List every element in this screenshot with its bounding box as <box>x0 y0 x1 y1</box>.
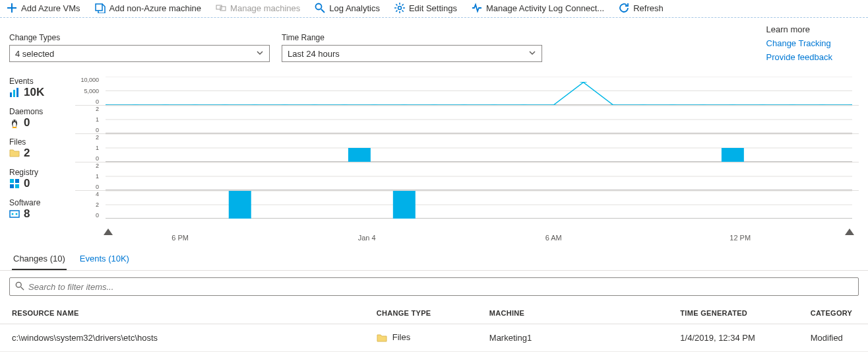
x-tick-label: 6 AM <box>545 234 562 242</box>
provide-feedback-link[interactable]: Provide feedback <box>766 52 832 62</box>
svg-point-18 <box>12 213 14 215</box>
svg-rect-6 <box>10 92 12 97</box>
x-tick-label: 6 PM <box>171 234 189 242</box>
col-machine[interactable]: MACHINE <box>478 302 669 324</box>
x-tick-label: 12 PM <box>729 234 751 242</box>
change-types-value: 4 selected <box>15 49 54 59</box>
svg-line-4 <box>321 9 325 13</box>
learn-more-label: Learn more <box>766 24 832 34</box>
col-resource[interactable]: RESOURCE NAME <box>0 302 365 324</box>
refresh-button[interactable]: Refresh <box>619 3 664 13</box>
chart-x-axis: 6 PMJan 46 AM12 PM <box>106 229 852 246</box>
edit-settings-label: Edit Settings <box>409 3 457 13</box>
col-time[interactable]: TIME GENERATED <box>668 302 798 324</box>
cell-resource: c:\windows\system32\drivers\etc\hosts <box>0 324 365 352</box>
svg-point-3 <box>316 4 322 10</box>
chart-row-software[interactable]: 420 <box>75 190 859 219</box>
software-icon <box>9 209 20 219</box>
chevron-down-icon <box>528 49 536 59</box>
manage-activity-button[interactable]: Manage Activity Log Connect... <box>472 3 604 13</box>
stat-files[interactable]: Files 2 <box>9 137 75 160</box>
plus-icon <box>7 3 17 13</box>
svg-point-19 <box>16 213 18 215</box>
stat-registry[interactable]: Registry 0 <box>9 168 75 190</box>
result-tabs: Changes (10) Events (10K) <box>0 246 868 271</box>
change-types-select[interactable]: 4 selected <box>9 45 270 62</box>
time-range-label: Time Range <box>282 33 542 42</box>
chart-rows: 10,0005,0000210210210420 <box>75 77 859 229</box>
svg-line-66 <box>21 287 24 289</box>
cell-machine: Marketing1 <box>478 324 669 352</box>
tab-events[interactable]: Events (10K) <box>78 250 131 270</box>
svg-rect-64 <box>393 191 416 219</box>
col-change-type[interactable]: CHANGE TYPE <box>365 302 478 324</box>
stat-daemons[interactable]: Daemons 0 <box>9 107 75 129</box>
chart-row-daemons[interactable]: 210 <box>75 105 859 133</box>
time-range-select[interactable]: Last 24 hours <box>282 45 542 62</box>
col-category[interactable]: CATEGORY <box>799 302 868 324</box>
add-non-azure-button[interactable]: Add non-Azure machine <box>95 3 201 13</box>
svg-rect-14 <box>15 179 19 183</box>
cell-category: Modified <box>799 324 868 352</box>
x-tick-label: Jan 4 <box>358 234 376 242</box>
svg-point-65 <box>16 282 21 287</box>
svg-rect-63 <box>229 191 251 219</box>
cell-time: 1/4/2019, 12:34 PM <box>668 324 798 352</box>
table-row[interactable]: c:\windows\system32\drivers\etc\hostsFil… <box>0 324 868 352</box>
svg-rect-13 <box>10 179 14 183</box>
svg-rect-55 <box>348 148 371 162</box>
search-icon <box>15 281 24 293</box>
search-icon <box>315 3 325 13</box>
chart-row-registry[interactable]: 210 <box>75 162 859 190</box>
stat-events[interactable]: Events 10K <box>9 77 75 99</box>
svg-rect-15 <box>10 184 14 188</box>
gear-icon <box>394 3 405 13</box>
refresh-icon <box>619 3 629 13</box>
penguin-icon <box>9 118 20 128</box>
toolbar: Add Azure VMs Add non-Azure machine Mana… <box>0 0 868 18</box>
log-analytics-button[interactable]: Log Analytics <box>315 3 380 13</box>
svg-point-12 <box>15 120 16 122</box>
svg-rect-0 <box>96 4 102 11</box>
manage-activity-label: Manage Activity Log Connect... <box>486 3 604 13</box>
range-handle-left[interactable] <box>104 229 113 235</box>
folder-icon <box>377 333 387 343</box>
svg-rect-16 <box>15 184 19 188</box>
machine-icon <box>95 3 106 13</box>
chart-row-events[interactable]: 10,0005,0000 <box>75 77 859 105</box>
filters-row: Change Types 4 selected Time Range Last … <box>0 18 868 71</box>
svg-rect-8 <box>16 88 18 97</box>
search-input[interactable] <box>28 282 853 292</box>
svg-point-10 <box>13 122 16 127</box>
add-azure-vms-button[interactable]: Add Azure VMs <box>7 3 80 13</box>
svg-point-5 <box>398 7 401 10</box>
refresh-label: Refresh <box>633 3 664 13</box>
registry-icon <box>9 178 20 189</box>
cell-change-type: Files <box>365 324 478 352</box>
manage-machines-label: Manage machines <box>230 3 300 13</box>
change-types-label: Change Types <box>9 33 270 42</box>
tab-changes[interactable]: Changes (10) <box>12 250 67 270</box>
log-analytics-label: Log Analytics <box>329 3 380 13</box>
edit-settings-button[interactable]: Edit Settings <box>394 3 457 13</box>
table-body: c:\windows\system32\drivers\etc\hostsFil… <box>0 324 868 352</box>
svg-rect-1 <box>216 5 222 9</box>
activity-icon <box>472 3 482 13</box>
learn-more-panel: Learn more Change Tracking Provide feedb… <box>766 24 859 62</box>
range-handle-right[interactable] <box>845 229 854 235</box>
folder-icon <box>9 148 20 158</box>
search-box[interactable] <box>9 277 859 296</box>
chevron-down-icon <box>256 49 264 59</box>
stat-software[interactable]: Software 8 <box>9 198 75 221</box>
svg-point-11 <box>13 120 15 122</box>
chart-row-files[interactable]: 210 <box>75 133 859 162</box>
change-tracking-link[interactable]: Change Tracking <box>766 38 832 48</box>
add-non-azure-label: Add non-Azure machine <box>109 3 201 13</box>
results-table: RESOURCE NAME CHANGE TYPE MACHINE TIME G… <box>0 302 868 352</box>
stats-sidebar: Events 10K Daemons 0 Files <box>9 77 75 229</box>
svg-rect-7 <box>13 90 15 97</box>
svg-rect-2 <box>220 7 226 11</box>
svg-rect-56 <box>722 148 744 162</box>
bar-chart-icon <box>9 87 20 98</box>
add-azure-vms-label: Add Azure VMs <box>21 3 80 13</box>
